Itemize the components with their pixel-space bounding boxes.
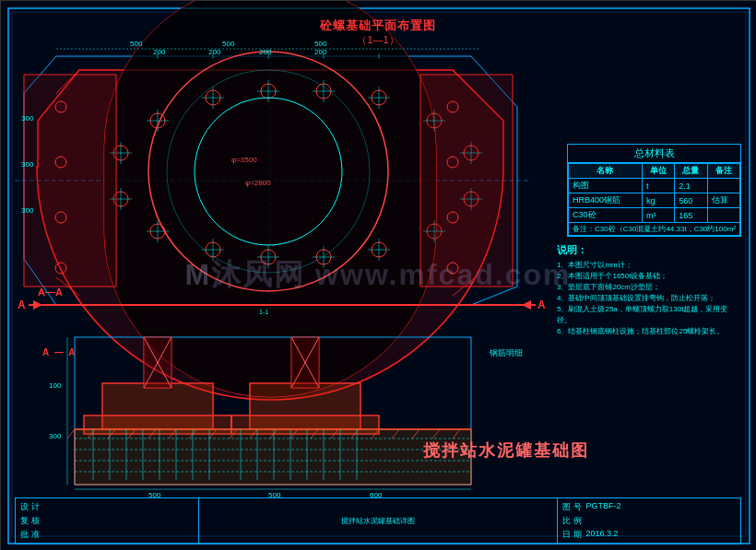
approver-row: 批 准 xyxy=(18,528,196,542)
title-block-right: 图 号 PGTBF-2 比 例 日 期 2016.3.2 xyxy=(558,498,740,544)
scale-row: 比 例 xyxy=(560,514,738,528)
title-block-center: 搅拌站水泥罐基础详图 xyxy=(199,498,558,544)
note-item-5: 5、刷混入土级25a，单螺顶螺力取130t超越，采用变径。 xyxy=(557,304,741,326)
mat-qty-2: 560 xyxy=(675,193,707,208)
note-item-6: 6、结基柱钢底钢柱设施；结基柱部位25螺栓架长。 xyxy=(557,326,741,337)
title-block: 设 计 复 核 批 准 搅拌站水泥罐基础详图 图 号 PGTBF-2 比 例 xyxy=(15,497,741,544)
materials-table: 总材料表 名称 单位 总量 备注 构图 t 2.1 HRB400钢筋 xyxy=(567,144,741,237)
mat-note-1 xyxy=(707,179,739,193)
mat-qty-3: 165 xyxy=(675,208,707,223)
note-item-4: 4、基础中间顶顶基础设置排弯钩，防止松开落； xyxy=(557,293,741,304)
table-row: HRB400钢筋 kg 560 估算 xyxy=(569,193,740,208)
note-item-1: 1、本图尺寸以mm计； xyxy=(557,260,741,271)
drawing-no-value: PGTBF-2 xyxy=(586,501,621,513)
table-row: C30砼 m³ 165 xyxy=(569,208,740,223)
mat-note-2: 估算 xyxy=(707,193,739,208)
mat-note-3 xyxy=(707,208,739,223)
section-label-aa: A—A xyxy=(38,287,63,298)
checker-label: 复 核 xyxy=(20,515,48,527)
table-row: 构图 t 2.1 xyxy=(569,179,740,193)
date-value: 2016.3.2 xyxy=(586,529,619,541)
note-item-2: 2、本图适用于个1650t设备基础； xyxy=(557,271,741,282)
note-item-3: 3、垫层底下面铺20cm沙垫层； xyxy=(557,282,741,293)
designer-value xyxy=(48,501,194,513)
checker-row: 复 核 xyxy=(18,514,196,528)
date-label: 日 期 xyxy=(562,529,582,541)
main-container: M沐风网 www.mfcad.com 砼螺基础平面布置图 （1—1） 搅拌站水泥… xyxy=(0,0,756,550)
designer-row: 设 计 xyxy=(18,500,196,514)
designer-label: 设 计 xyxy=(20,501,48,513)
big-title: 搅拌站水泥罐基础图 xyxy=(423,439,589,462)
table-row: 备注：C30砼（C30混凝土约44.33t，C30约100m² xyxy=(569,223,740,236)
title-block-staff: 设 计 复 核 批 准 xyxy=(16,498,199,544)
materials-data-table: 名称 单位 总量 备注 构图 t 2.1 HRB400钢筋 kg 560 估算 xyxy=(568,163,740,236)
col-header-qty: 总量 xyxy=(675,164,707,179)
col-header-unit: 单位 xyxy=(642,164,674,179)
mat-name-2: HRB400钢筋 xyxy=(569,193,643,208)
drawing-title: 砼螺基础平面布置图 xyxy=(320,18,436,34)
materials-title: 总材料表 xyxy=(568,145,740,163)
drawing-no-label: 图 号 xyxy=(562,501,582,513)
notes-section: 说明： 1、本图尺寸以mm计； 2、本图适用于个1650t设备基础； 3、垫层底… xyxy=(557,243,741,337)
checker-value xyxy=(48,515,194,527)
mat-unit-1: t xyxy=(642,179,674,193)
approver-label: 批 准 xyxy=(20,529,48,541)
mat-unit-3: m³ xyxy=(642,208,674,223)
mat-note-full: 备注：C30砼（C30混凝土约44.33t，C30约100m² xyxy=(569,223,740,236)
col-header-note: 备注 xyxy=(707,164,739,179)
drawing-subtitle: （1—1） xyxy=(357,33,398,47)
mat-name-1: 构图 xyxy=(569,179,643,193)
notes-title: 说明： xyxy=(557,243,741,257)
approver-value xyxy=(48,529,194,541)
notes-content: 1、本图尺寸以mm计； 2、本图适用于个1650t设备基础； 3、垫层底下面铺2… xyxy=(557,260,741,337)
mat-unit-2: kg xyxy=(642,193,674,208)
scale-label: 比 例 xyxy=(562,515,582,527)
drawing-no-row: 图 号 PGTBF-2 xyxy=(560,500,738,514)
date-row: 日 期 2016.3.2 xyxy=(560,528,738,542)
mat-qty-1: 2.1 xyxy=(675,179,707,193)
company-name: 搅拌站水泥罐基础详图 xyxy=(341,516,415,526)
col-header-name: 名称 xyxy=(569,164,643,179)
mat-name-3: C30砼 xyxy=(569,208,643,223)
